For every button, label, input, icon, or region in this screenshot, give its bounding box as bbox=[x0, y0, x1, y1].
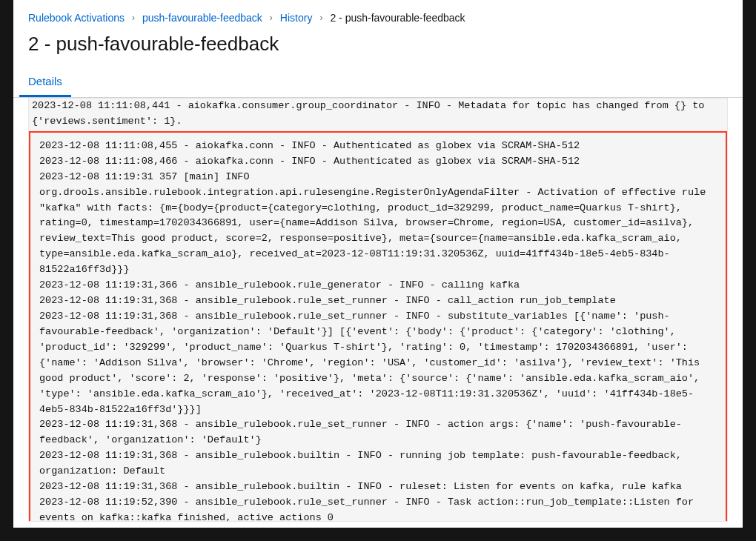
chevron-right-icon: › bbox=[270, 13, 273, 23]
chevron-right-icon: › bbox=[319, 13, 322, 23]
content-panel: Rulebook Activations › push-favourable-f… bbox=[13, 0, 743, 528]
tab-details[interactable]: Details bbox=[19, 67, 71, 97]
chevron-right-icon: › bbox=[132, 13, 135, 23]
breadcrumb-current: 2 - push-favourable-feedback bbox=[330, 12, 465, 24]
breadcrumb: Rulebook Activations › push-favourable-f… bbox=[13, 0, 743, 30]
breadcrumb-link-activations[interactable]: Rulebook Activations bbox=[28, 12, 125, 24]
breadcrumb-link-history[interactable]: History bbox=[280, 12, 313, 24]
page-title: 2 - push-favourable-feedback bbox=[13, 30, 743, 67]
breadcrumb-link-rulebook[interactable]: push-favourable-feedback bbox=[142, 12, 262, 24]
log-line: 2023-12-08 11:11:08,441 - aiokafka.consu… bbox=[29, 99, 727, 130]
log-highlight-region: 2023-12-08 11:11:08,455 - aiokafka.conn … bbox=[29, 131, 727, 522]
log-text: 2023-12-08 11:11:08,455 - aiokafka.conn … bbox=[33, 134, 723, 522]
outer-frame: Rulebook Activations › push-favourable-f… bbox=[0, 0, 756, 541]
tabs: Details bbox=[13, 67, 743, 98]
log-output[interactable]: 2023-12-08 11:11:08,441 - aiokafka.consu… bbox=[28, 98, 728, 522]
